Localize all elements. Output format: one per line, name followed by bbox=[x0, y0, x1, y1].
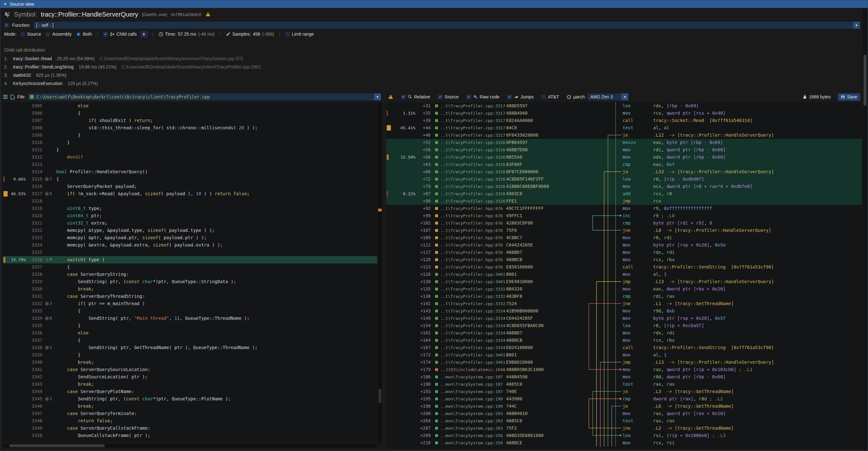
source-location[interactable]: ..mon\TracySystem.cpp:258 bbox=[440, 439, 506, 447]
asm-row[interactable]: +154..t\TracyProfiler.cpp:33344C8D055FBA… bbox=[386, 322, 862, 329]
source-location[interactable]: ..t\TracyProfiler.cpp:3326 bbox=[440, 176, 506, 183]
source-line[interactable]: 3333 { bbox=[3, 307, 377, 315]
asm-row[interactable]: +99..t\TracyProfiler.hpp:67649FFC1incr9 … bbox=[386, 212, 862, 219]
source-location[interactable]: ..t\TracyProfiler.hpp:676 bbox=[440, 219, 506, 227]
source-line[interactable]: 3320 uint64_t ptr; bbox=[3, 212, 377, 219]
source-line[interactable]: 3321 uint32_t extra; bbox=[3, 219, 377, 227]
source-vertical-scrollbar[interactable] bbox=[378, 102, 382, 444]
propagate-inlines-button[interactable] bbox=[141, 31, 147, 38]
uarch-combo[interactable]: AMD Zen 3 ▼ bbox=[588, 93, 628, 100]
limit-range-checkbox[interactable] bbox=[285, 32, 290, 37]
source-location[interactable]: ..t\TracyProfiler.hpp:676 bbox=[440, 263, 506, 271]
asm-row[interactable]: +167..t\TracyProfiler.cpp:3334E824160000… bbox=[386, 344, 862, 351]
asm-row[interactable]: +138..t\TracyProfiler.cpp:3332483BF8cmpr… bbox=[386, 293, 862, 300]
source-line[interactable]: 0.66%3315a7{ bbox=[3, 176, 377, 183]
source-location[interactable]: ..mon\TracySystem.cpp:197 bbox=[440, 373, 506, 381]
source-line[interactable]: 3339 } bbox=[3, 351, 377, 359]
asm-row[interactable]: +207..mon\TracySystem.cpp:20375F2jne.L2 … bbox=[386, 425, 862, 432]
source-location[interactable]: ..mon\TracySystem.cpp:203 bbox=[440, 425, 506, 432]
source-line[interactable]: 3342 SendSourceLocation( ptr ); bbox=[3, 373, 377, 381]
function-checkbox[interactable]: ✓ bbox=[4, 23, 9, 28]
source-line[interactable]: 3337 { bbox=[3, 337, 377, 344]
source-line[interactable]: 3350 QueueCallstackFrame( ptr ); bbox=[3, 432, 377, 439]
source-location[interactable]: ..t\TracyProfiler.hpp:676 bbox=[440, 256, 506, 263]
asm-row[interactable]: 45.41%+44..t\TracyProfiler.cpp:331784C0t… bbox=[386, 124, 862, 131]
mode-radio-source[interactable]: Source bbox=[20, 32, 41, 37]
asm-row[interactable]: +172..t\TracyProfiler.cpp:3401B001moval,… bbox=[386, 351, 862, 359]
source-location[interactable]: ..t\TracyProfiler.cpp:3326 bbox=[440, 139, 506, 146]
asm-row[interactable]: +216..mon\TracySystem.cpp:258488BCEmovrc… bbox=[386, 439, 862, 447]
source-location[interactable]: ..t\TracyProfiler.cpp:3326 bbox=[440, 183, 506, 190]
asm-row[interactable]: +66..t\TracyProfiler.cpp:33260F87CE06000… bbox=[386, 168, 862, 176]
source-line[interactable]: 3338a1 SendString( ptr, GetThreadName( p… bbox=[3, 344, 377, 351]
asm-row[interactable]: +72..t\TracyProfiler.cpp:33264C8D05F146F… bbox=[386, 176, 862, 183]
asm-row[interactable]: +141..t\TracyProfiler.cpp:33327524jne.L1… bbox=[386, 300, 862, 307]
child-call-row[interactable]: 4.KeSynchronizeExecution125 μs (0.27%) bbox=[4, 79, 864, 88]
asm-row[interactable]: +52..t\TracyProfiler.cpp:33260FB64597mov… bbox=[386, 139, 862, 146]
asm-row[interactable]: +90..t\TracyProfiler.cpp:3326FFE1jmprcx bbox=[386, 198, 862, 205]
child-call-row[interactable]: 3.stat64i32625 μs (1.36%) bbox=[4, 71, 864, 79]
source-location[interactable]: ..t\TracyProfiler.cpp:3334 bbox=[440, 315, 506, 322]
source-line[interactable]: 3322 memcpy( &type, &payload.type, sizeo… bbox=[3, 227, 377, 234]
source-location[interactable]: ..t\TracyProfiler.cpp:3334 bbox=[440, 329, 506, 337]
chevron-down-icon[interactable]: ▼ bbox=[621, 93, 628, 100]
chevron-down-icon[interactable]: ▼ bbox=[374, 93, 381, 100]
source-location[interactable]: ..t\TracyProfiler.cpp:3326 bbox=[440, 146, 506, 153]
att-toggle[interactable]: AT&T bbox=[541, 94, 559, 99]
asm-row[interactable]: +128..t\TracyProfiler.cpp:3401B001moval,… bbox=[386, 271, 862, 278]
source-location[interactable]: ..t\TracyProfiler.cpp:3326 bbox=[440, 168, 506, 176]
source-location[interactable]: ..t\TracyProfiler.cpp:3401 bbox=[440, 351, 506, 359]
asm-row[interactable]: +179..1103\include\atomic:1048488B05B63C… bbox=[386, 366, 862, 373]
asm-row[interactable]: +63..t\TracyProfiler.cpp:332683F80Fcmpea… bbox=[386, 161, 862, 168]
jumps-toggle[interactable]: ✓ Jumps bbox=[507, 94, 533, 99]
asm-row[interactable]: +198..mon\TracySystem.cpp:199744Cje.L6 -… bbox=[386, 402, 862, 410]
child-calls-toggle[interactable]: ✓ Child calls bbox=[103, 32, 137, 37]
assembly-pane[interactable]: +31..t\TracyProfiler.cpp:3317488D5597lea… bbox=[386, 102, 862, 449]
asm-row[interactable]: +46..t\TracyProfiler.cpp:33170F843502000… bbox=[386, 131, 862, 139]
source-location[interactable]: ..t\TracyProfiler.cpp:3317 bbox=[440, 131, 506, 139]
source-line[interactable]: 3316 ServerQueryPacket payload; bbox=[3, 183, 377, 190]
asm-row[interactable]: +190..mon\TracySystem.cpp:1974885C0testr… bbox=[386, 381, 862, 388]
asm-row[interactable]: +117..t\TracyProfiler.hpp:676488BD7movrd… bbox=[386, 249, 862, 256]
radio-icon[interactable] bbox=[76, 32, 81, 37]
file-combo[interactable]: C:\Users\wolf\Desktop\darkrl\contrib\tra… bbox=[28, 93, 381, 100]
chevron-down-icon[interactable]: ▼ bbox=[853, 22, 860, 29]
source-pane[interactable]: 3305 else3306 {3307 if( shouldExit ) ret… bbox=[3, 102, 377, 442]
asm-row[interactable]: +209..mon\TracySystem.cpp:258488D35E8861… bbox=[386, 432, 862, 439]
source-line[interactable]: 3305 else bbox=[3, 102, 377, 110]
asm-row[interactable]: +39..t\TracyProfiler.cpp:3317E824AA0000c… bbox=[386, 117, 862, 124]
source-location[interactable]: ..t\TracyProfiler.hpp:676 bbox=[440, 249, 506, 256]
source-location[interactable]: ..t\TracyProfiler.cpp:3317 bbox=[440, 117, 506, 124]
child-calls-checkbox[interactable]: ✓ bbox=[103, 32, 108, 37]
source-line[interactable]: 3325 bbox=[3, 249, 377, 256]
source-line[interactable]: 15.79%3326a9 switch( type ) bbox=[3, 256, 377, 263]
asm-row[interactable]: +112..t\TracyProfiler.hpp:676C64424205Em… bbox=[386, 241, 862, 249]
source-line[interactable]: 3310 } bbox=[3, 139, 377, 146]
source-location[interactable]: ..t\TracyProfiler.cpp:3401 bbox=[440, 271, 506, 278]
source-location[interactable]: ..t\TracyProfiler.cpp:3317 bbox=[440, 102, 506, 110]
source-toggle[interactable]: ✓ Source bbox=[438, 94, 459, 99]
source-line[interactable]: 3347 case ServerQueryTerminate: bbox=[3, 410, 377, 417]
source-location[interactable]: ..t\TracyProfiler.hpp:676 bbox=[440, 212, 506, 219]
source-line[interactable]: 3345a1 SendString( ptr, (const char*)ptr… bbox=[3, 395, 377, 402]
source-line[interactable]: 3330 break; bbox=[3, 285, 377, 293]
source-line[interactable]: 3307 if( shouldExit ) return; bbox=[3, 117, 377, 124]
asm-row[interactable]: +135..t\TracyProfiler.cpp:33328B4320move… bbox=[386, 285, 862, 293]
source-horizontal-scrollbar[interactable] bbox=[3, 444, 377, 448]
att-checkbox[interactable] bbox=[541, 95, 546, 99]
source-line[interactable]: 3335 } bbox=[3, 322, 377, 329]
source-line[interactable]: 3336 else bbox=[3, 329, 377, 337]
asm-row[interactable]: +193..mon\TracySystem.cpp:197740Eje.L3 -… bbox=[386, 388, 862, 395]
window-vertical-scrollbar[interactable] bbox=[863, 8, 867, 450]
relative-checkbox[interactable]: ✓ bbox=[401, 95, 406, 99]
asm-row[interactable]: +195..mon\TracySystem.cpp:199443900cmpdw… bbox=[386, 395, 862, 402]
source-line[interactable]: 3327 { bbox=[3, 263, 377, 271]
asm-row[interactable]: +143..t\TracyProfiler.cpp:333441B90B0000… bbox=[386, 307, 862, 315]
save-button[interactable]: Save bbox=[838, 93, 860, 101]
source-line[interactable]: 3344 case ServerQueryPlotName: bbox=[3, 388, 377, 395]
source-line[interactable]: 3324 memcpy( &extra, &payload.extra, siz… bbox=[3, 241, 377, 249]
source-line[interactable]: 46.93%3317a5 if( !m_sock->Read( &payload… bbox=[3, 190, 377, 198]
raw-code-toggle[interactable]: ✓ Raw code bbox=[466, 94, 499, 99]
asm-row[interactable]: +31..t\TracyProfiler.cpp:3317488D5597lea… bbox=[386, 102, 862, 110]
mode-radio-both[interactable]: Both bbox=[76, 32, 92, 37]
